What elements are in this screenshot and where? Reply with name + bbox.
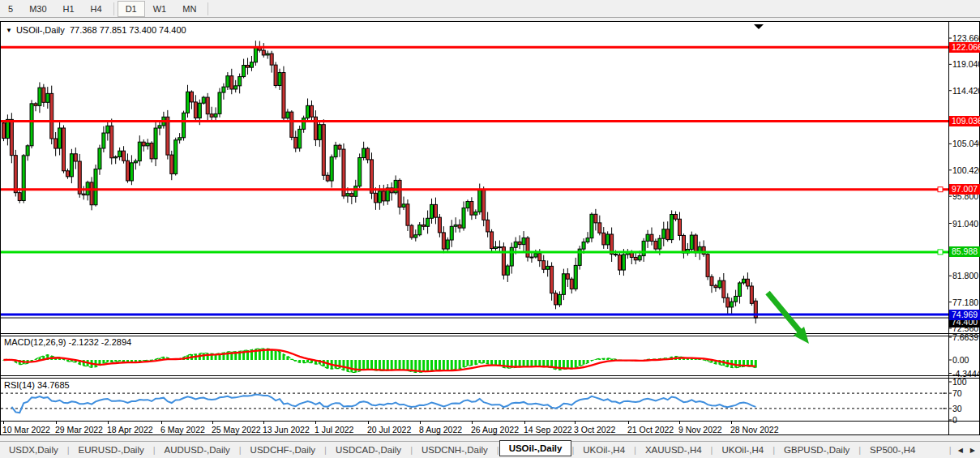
macd-histogram-bar	[579, 360, 581, 366]
candle-body	[26, 146, 29, 156]
candle-body	[18, 193, 21, 201]
macd-histogram-bar	[490, 360, 493, 365]
symbol-tab-usdcad-daily[interactable]: USDCAD-,Daily	[327, 443, 410, 456]
timeframe-button-h1[interactable]: H1	[55, 1, 83, 17]
price-axis-label: 81.800	[952, 271, 978, 280]
candle-body	[190, 92, 193, 102]
symbol-tab-sp500-h4[interactable]: SP500-,H4	[861, 443, 924, 456]
candle-body	[90, 182, 93, 205]
candle-body	[530, 257, 533, 258]
timeframe-button-d1[interactable]: D1	[118, 1, 145, 17]
candle-body	[230, 76, 233, 89]
date-axis-label: 10 Mar 2022	[2, 425, 50, 434]
candle-body	[218, 92, 221, 113]
candle-body	[22, 156, 25, 201]
candle-body	[330, 157, 333, 181]
candle-body	[458, 225, 461, 228]
candle-body	[594, 214, 597, 223]
date-axis-label: 3 Oct 2022	[574, 425, 615, 434]
candle-body	[246, 66, 250, 68]
candle-body	[346, 194, 349, 196]
tab-divider: |	[949, 445, 952, 455]
candle-body	[486, 220, 490, 232]
candle-body	[714, 285, 717, 287]
date-axis-label: 6 May 2022	[160, 425, 205, 434]
symbol-tab-usdchf-daily[interactable]: USDCHF-,Daily	[242, 443, 325, 456]
candle-body	[438, 217, 441, 233]
timeframe-button-mn[interactable]: MN	[174, 1, 204, 17]
symbol-tab-ukoil-h4[interactable]: UKOil-,H4	[713, 443, 772, 456]
symbol-tab-eurusd-daily[interactable]: EURUSD-,Daily	[70, 443, 153, 456]
candle-body	[238, 77, 242, 86]
candle-body	[574, 265, 577, 289]
chart-window: ▼USOil-,Daily 77.368 77.851 73.400 74.40…	[0, 21, 980, 435]
timeframe-button-m30[interactable]: M30	[21, 1, 54, 17]
candle-body	[354, 186, 357, 197]
candle-body	[182, 113, 186, 138]
macd-histogram-bar	[447, 360, 449, 370]
candle-body	[226, 76, 229, 88]
symbol-tab-usoil-daily[interactable]: USOil-,Daily	[499, 440, 572, 456]
candle-body	[738, 283, 742, 296]
macd-histogram-bar	[534, 360, 537, 366]
trend-arrow-shaft[interactable]	[768, 293, 800, 332]
candle-body	[446, 240, 449, 249]
tab-scroll-right-button[interactable]: ▶	[968, 445, 978, 456]
date-axis-label: 14 Sep 2022	[524, 425, 572, 434]
candle-body	[466, 202, 469, 208]
candle-body	[650, 234, 653, 241]
candle-body	[538, 254, 541, 261]
candle-body	[82, 194, 85, 195]
candle-body	[10, 119, 13, 155]
date-axis-label: 8 Aug 2022	[419, 425, 462, 434]
tab-scroll-arrows: | ◀ ▶	[948, 442, 978, 458]
symbol-tab-gbpusd-daily[interactable]: GBPUSD-,Daily	[775, 443, 858, 456]
candle-body	[550, 266, 554, 293]
candle-body	[130, 163, 133, 181]
candle-body	[338, 145, 341, 149]
candle-body	[494, 247, 498, 249]
timeframe-button-5[interactable]: 5	[0, 1, 21, 17]
candle-body	[662, 229, 665, 238]
rsi-axis-label: 0	[952, 415, 957, 425]
macd-histogram-bar	[346, 360, 349, 371]
candle-body	[270, 54, 273, 65]
price-axis-label: 77.180	[952, 297, 978, 307]
candle-body	[682, 235, 685, 253]
date-axis-label: 20 Jul 2022	[367, 425, 411, 434]
macd-histogram-bar	[406, 360, 409, 370]
chart-plot[interactable]	[1, 22, 979, 434]
candle-body	[598, 223, 601, 233]
symbol-tab-usdcnh-daily[interactable]: USDCNH-,Daily	[413, 443, 497, 456]
macd-histogram-bar	[275, 351, 277, 360]
candle-body	[474, 212, 477, 215]
macd-histogram-bar	[362, 360, 365, 370]
timeframe-button-w1[interactable]: W1	[145, 1, 175, 17]
candle-body	[286, 112, 289, 118]
candle-body	[726, 297, 730, 307]
chart-ohlc-values: 77.368 77.851 73.400 74.400	[70, 25, 186, 35]
candle-body	[406, 204, 409, 225]
candle-body	[514, 242, 517, 247]
symbol-tab-usdx-daily[interactable]: USDX,Daily	[0, 443, 67, 456]
candle-body	[142, 142, 145, 146]
symbol-tab-audusd-daily[interactable]: AUDUSD-,Daily	[156, 443, 239, 456]
hline-handle[interactable]	[938, 187, 943, 192]
macd-histogram-bar	[538, 360, 541, 366]
macd-axis-label: 0.00	[952, 355, 969, 365]
candle-body	[362, 148, 366, 157]
macd-histogram-bar	[422, 360, 425, 372]
candle-body	[58, 128, 62, 148]
timeframe-button-h4[interactable]: H4	[83, 1, 110, 17]
symbol-tab-xauusd-h4[interactable]: XAUUSD-,H4	[636, 443, 711, 456]
candle-body	[462, 208, 465, 229]
candle-body	[394, 180, 397, 192]
candle-body	[134, 161, 137, 163]
candle-body	[642, 241, 645, 255]
candle-body	[546, 266, 550, 269]
symbol-tab-ukoil-h4[interactable]: UKOil-,H4	[574, 443, 634, 456]
candle-body	[470, 202, 473, 216]
candle-body	[638, 256, 641, 260]
hline-handle[interactable]	[938, 250, 943, 255]
tab-scroll-left-button[interactable]: ◀	[956, 445, 965, 456]
